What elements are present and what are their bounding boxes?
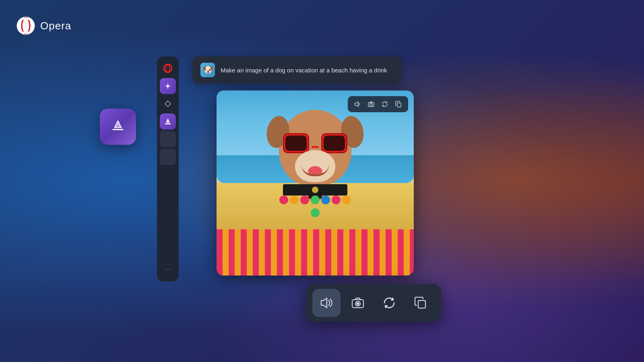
diamond-icon: [164, 100, 171, 107]
collar-stud: [312, 187, 318, 193]
toolbar-camera-button[interactable]: [365, 99, 377, 110]
action-camera-button[interactable]: [344, 289, 372, 317]
camera-small-icon: [368, 101, 374, 107]
image-small-toolbar: [348, 96, 408, 112]
dog-body: [271, 110, 359, 239]
chat-avatar-image: [200, 63, 215, 77]
lei-flower-3: [300, 195, 309, 204]
sidebar-item-aria[interactable]: [160, 78, 176, 94]
svg-point-4: [23, 19, 29, 32]
lei-flower-6: [332, 195, 341, 204]
svg-point-7: [166, 65, 170, 72]
dog-lei: [275, 194, 355, 218]
svg-rect-12: [397, 103, 401, 107]
speaker-small-icon: [354, 101, 361, 107]
sidebar-item-diamond[interactable]: [160, 96, 176, 112]
svg-marker-13: [321, 298, 327, 308]
refresh-large-icon: [382, 296, 396, 310]
sidebar-item-aria-app[interactable]: [160, 113, 176, 130]
sidebar-item-more[interactable]: ···: [165, 261, 171, 278]
camera-large-icon: [351, 296, 365, 310]
copy-small-icon: [395, 101, 402, 107]
lei-flower-7: [342, 195, 351, 204]
lei-flower-4: [311, 195, 320, 204]
dog-collar: [283, 184, 347, 195]
opera-logo: Opera: [16, 16, 71, 35]
speaker-large-icon: [320, 296, 333, 310]
sidebar: ···: [157, 56, 179, 282]
svg-point-6: [164, 64, 172, 72]
sunglass-bridge: [312, 146, 319, 148]
opera-sidebar-icon: [163, 64, 173, 73]
action-bar: [306, 284, 441, 322]
sparkle-icon: [164, 82, 172, 90]
toolbar-copy-button[interactable]: [393, 99, 404, 110]
sunglass-right: [321, 133, 347, 153]
aria-app-icon: [163, 117, 172, 126]
dog-tongue: [308, 166, 322, 176]
opera-icon: [16, 16, 35, 35]
generated-dog-image: [217, 90, 414, 276]
svg-point-16: [357, 303, 359, 305]
lei-flower-2: [290, 195, 299, 204]
toolbar-speak-button[interactable]: [352, 99, 363, 110]
aria-logo-icon: [108, 117, 128, 137]
dog-head: [279, 110, 351, 186]
dog-muzzle: [295, 150, 335, 182]
sidebar-item-opera[interactable]: [160, 60, 176, 76]
sunglass-left: [283, 133, 309, 153]
svg-marker-9: [355, 102, 358, 107]
lei-flower-1: [279, 195, 288, 204]
lei-flower-8: [311, 208, 320, 217]
refresh-small-icon: [382, 101, 388, 107]
svg-rect-17: [418, 300, 425, 308]
chat-bubble: Make an image of a dog on vacation at a …: [192, 56, 402, 84]
toolbar-refresh-button[interactable]: [379, 99, 390, 110]
opera-text: Opera: [40, 20, 71, 32]
chat-message: Make an image of a dog on vacation at a …: [221, 66, 387, 74]
sidebar-item-box2[interactable]: [160, 149, 176, 165]
action-refresh-button[interactable]: [375, 289, 403, 317]
copy-large-icon: [414, 296, 427, 310]
image-card: [217, 90, 414, 276]
action-speak-button[interactable]: [312, 289, 341, 317]
lei-flower-5: [321, 195, 330, 204]
floating-app-icon[interactable]: [100, 109, 136, 145]
svg-point-11: [370, 103, 372, 106]
action-copy-button[interactable]: [407, 289, 435, 317]
chat-avatar: [200, 63, 215, 77]
sidebar-item-box1[interactable]: [160, 131, 176, 147]
dog-smile: [301, 164, 329, 176]
